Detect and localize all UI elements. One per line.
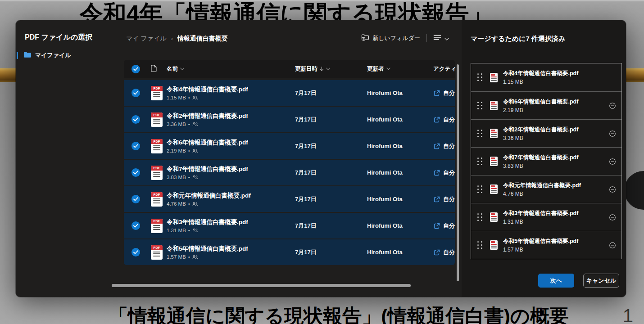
column-header-modified[interactable]: 更新日時 (295, 65, 330, 73)
selected-item[interactable]: 令和2年情報通信白書概要.pdf3.36 MB (471, 119, 621, 147)
column-header-activity[interactable]: アクティビティ (433, 65, 455, 73)
selected-item[interactable]: 令和元年情報通信白書概要.pdf4.76 MB (471, 175, 621, 203)
next-button[interactable]: 次へ (538, 274, 574, 288)
file-table: 名前 更新日時 更新者 (124, 60, 455, 265)
pdf-file-icon: PDF (151, 86, 163, 100)
shared-people-icon (192, 175, 198, 180)
new-folder-button[interactable]: 新しいフォルダー (361, 34, 420, 42)
modified-by: Hirofumi Ota (367, 116, 403, 123)
chevron-down-icon (180, 68, 184, 70)
row-checkbox[interactable] (132, 115, 140, 124)
share-activity-icon (433, 169, 440, 176)
selected-file-name: 令和6年情報通信白書概要.pdf (503, 98, 608, 106)
file-name: 令和6年情報通信白書概要.pdf (167, 139, 248, 147)
row-checkbox[interactable] (132, 142, 140, 150)
selection-panel-title: マージするために7 件選択済み (471, 35, 565, 43)
column-header-modified-by[interactable]: 更新者 (367, 65, 390, 73)
selected-file-size: 1.15 MB (503, 79, 617, 85)
file-rows: PDF 令和4年情報通信白書概要.pdf1.15 MB• 7月17日 Hirof… (124, 80, 455, 265)
pdf-file-icon (490, 184, 498, 194)
selected-file-size: 3.83 MB (503, 163, 608, 169)
vertical-scrollbar[interactable] (457, 64, 459, 281)
select-all-checkbox[interactable] (132, 65, 140, 73)
selected-item[interactable]: 令和7年情報通信白書概要.pdf3.83 MB (471, 147, 621, 175)
selected-file-size: 4.76 MB (503, 191, 608, 197)
horizontal-scrollbar[interactable] (112, 284, 411, 287)
share-activity-icon (433, 116, 440, 123)
drag-handle-icon[interactable] (477, 185, 483, 194)
drag-handle-icon[interactable] (477, 73, 483, 81)
selected-item[interactable]: 令和6年情報通信白書概要.pdf2.19 MB (471, 91, 621, 119)
breadcrumb: マイ ファイル › 情報通信白書概要 (126, 35, 228, 43)
pdf-file-icon (490, 212, 498, 222)
share-activity-icon (433, 196, 440, 203)
table-row[interactable]: PDF 令和6年情報通信白書概要.pdf2.19 MB• 7月17日 Hirof… (124, 133, 455, 159)
table-row[interactable]: PDF 令和3年情報通信白書概要.pdf1.31 MB• 7月17日 Hirof… (124, 213, 455, 238)
file-name: 令和7年情報通信白書概要.pdf (167, 165, 248, 173)
file-size: 2.19 MB (167, 148, 186, 153)
table-row[interactable]: PDF 令和元年情報通信白書概要.pdf4.76 MB• 7月17日 Hirof… (124, 186, 455, 212)
modified-by: Hirofumi Ota (367, 196, 403, 202)
drag-handle-icon[interactable] (477, 213, 483, 221)
share-activity-icon (433, 143, 440, 150)
chevron-down-icon (444, 34, 449, 42)
drag-handle-icon[interactable] (477, 102, 483, 110)
share-activity-icon (433, 222, 440, 230)
selected-file-size: 1.31 MB (503, 219, 608, 225)
selected-item[interactable]: 令和4年情報通信白書概要.pdf1.15 MB (471, 63, 621, 91)
file-name: 令和3年情報通信白書概要.pdf (167, 218, 248, 226)
share-activity-icon (433, 249, 440, 256)
table-row[interactable]: PDF 令和7年情報通信白書概要.pdf3.83 MB• 7月17日 Hirof… (124, 160, 455, 185)
slide-page-number: 1 (623, 305, 633, 324)
slide-black-circle (624, 171, 644, 210)
modified-date: 7月17日 (295, 248, 317, 256)
chevron-down-icon (386, 68, 390, 70)
row-checkbox[interactable] (132, 248, 140, 256)
activity-text: 自分 (443, 195, 455, 203)
remove-item-icon[interactable] (608, 241, 617, 250)
sidebar-item-my-files[interactable]: マイファイル (17, 50, 71, 61)
drag-handle-icon[interactable] (477, 241, 483, 249)
row-checkbox[interactable] (132, 89, 140, 97)
pdf-file-icon (490, 101, 498, 110)
row-checkbox[interactable] (132, 195, 140, 203)
pdf-file-icon: PDF (151, 139, 163, 153)
table-row[interactable]: PDF 令和2年情報通信白書概要.pdf3.36 MB• 7月17日 Hirof… (124, 107, 455, 132)
row-checkbox[interactable] (132, 221, 140, 230)
selected-file-name: 令和元年情報通信白書概要.pdf (503, 182, 608, 189)
shared-people-icon (192, 95, 198, 100)
selection-panel: マージするために7 件選択済み 令和4年情報通信白書概要.pdf1.15 MB … (462, 20, 626, 297)
breadcrumb-parent[interactable]: マイ ファイル (126, 35, 167, 43)
remove-item-icon[interactable] (608, 213, 617, 222)
selected-file-size: 3.36 MB (503, 135, 608, 141)
shared-people-icon (192, 255, 198, 259)
remove-item-icon[interactable] (608, 185, 617, 194)
modified-date: 7月17日 (295, 169, 317, 177)
selected-file-name: 令和2年情報通信白書概要.pdf (503, 126, 608, 134)
table-header-row: 名前 更新日時 更新者 (124, 60, 455, 78)
drag-handle-icon[interactable] (477, 130, 483, 138)
remove-item-icon[interactable] (608, 157, 617, 166)
drag-handle-icon[interactable] (477, 158, 483, 166)
view-options-button[interactable] (433, 34, 449, 42)
row-checkbox[interactable] (132, 168, 140, 177)
pdf-file-icon (490, 157, 498, 166)
file-size: 1.15 MB (167, 95, 186, 100)
pdf-file-icon: PDF (151, 219, 163, 233)
selected-item[interactable]: 令和3年情報通信白書概要.pdf1.31 MB (471, 203, 621, 231)
new-folder-icon (361, 34, 369, 42)
column-header-name[interactable]: 名前 (167, 65, 184, 73)
remove-item-icon[interactable] (608, 129, 617, 138)
modified-by: Hirofumi Ota (367, 249, 403, 256)
view-options-icon (433, 34, 441, 42)
file-type-column-icon[interactable] (151, 65, 157, 73)
table-row[interactable]: PDF 令和4年情報通信白書概要.pdf1.15 MB• 7月17日 Hirof… (124, 80, 455, 106)
table-row[interactable]: PDF 令和5年情報通信白書概要.pdf1.57 MB• 7月17日 Hirof… (124, 239, 455, 265)
pdf-file-icon (490, 129, 498, 138)
selected-item[interactable]: 令和5年情報通信白書概要.pdf1.57 MB (471, 231, 621, 259)
shared-people-icon (192, 122, 198, 126)
remove-item-icon[interactable] (608, 101, 617, 110)
modified-by: Hirofumi Ota (367, 143, 403, 149)
file-name: 令和元年情報通信白書概要.pdf (167, 192, 251, 200)
cancel-button[interactable]: キャンセル (583, 274, 619, 288)
